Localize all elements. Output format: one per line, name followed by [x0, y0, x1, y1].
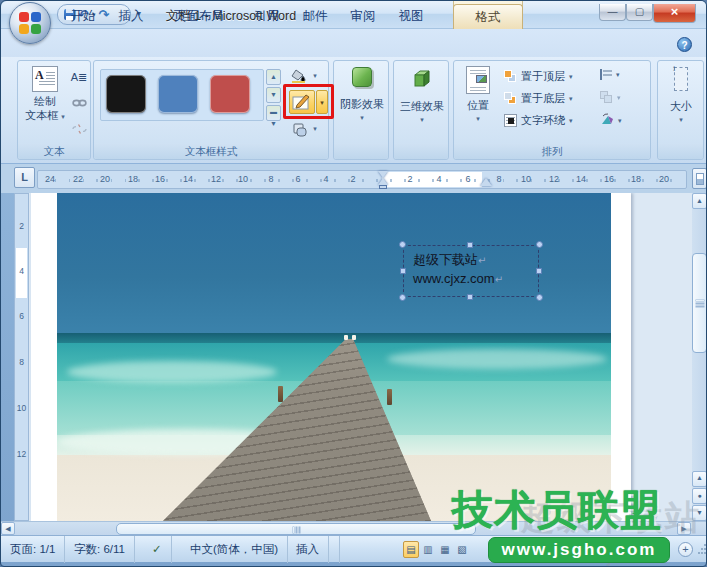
- scroll-left-icon[interactable]: ◀: [1, 522, 15, 535]
- photo-horizon: [57, 333, 611, 343]
- office-button[interactable]: [9, 2, 51, 44]
- 3d-effects-label: 三维效果: [400, 99, 444, 114]
- web-layout-view-icon[interactable]: ▦: [437, 541, 453, 558]
- style-swatch-black[interactable]: [106, 75, 146, 113]
- bring-to-front-button[interactable]: 置于顶层▾: [504, 69, 573, 84]
- tab-page-layout[interactable]: 页面布局: [155, 4, 243, 29]
- office-logo-icon: [19, 12, 41, 34]
- vertical-ruler[interactable]: 2 4 6 8 10 12: [14, 193, 29, 521]
- tab-insert[interactable]: 插入: [107, 4, 155, 29]
- left-indent-marker[interactable]: [379, 185, 387, 189]
- resize-grip-icon[interactable]: [698, 544, 706, 556]
- align-button[interactable]: ▾: [600, 69, 620, 80]
- textbox-icon: A: [32, 66, 58, 92]
- print-layout-view-icon[interactable]: ▤: [403, 541, 419, 558]
- gallery-scroll-down-icon[interactable]: ▼: [266, 87, 281, 103]
- 3d-effects-button[interactable]: 三维效果 ▾: [400, 67, 444, 123]
- ruler-toggle-button[interactable]: [692, 168, 707, 189]
- pier-post-left: [278, 386, 283, 402]
- word-count[interactable]: 字数: 6/11: [65, 536, 135, 563]
- vertical-scroll-thumb[interactable]: [692, 253, 707, 353]
- group-shadow-effects: 阴影效果 ▾: [333, 60, 389, 160]
- resize-handle-e[interactable]: [536, 268, 542, 274]
- close-button[interactable]: ×: [653, 4, 696, 23]
- text-direction-icon[interactable]: A≣: [70, 68, 88, 86]
- horizontal-ruler[interactable]: 24 22 20 18 16 14 12 10 8 6 4 2 2 4 6 8 …: [37, 170, 687, 189]
- style-swatch-red[interactable]: [210, 75, 250, 113]
- group-shadow-label: [334, 144, 388, 159]
- minimize-button[interactable]: —: [599, 4, 626, 21]
- scroll-up-icon[interactable]: ▲: [692, 193, 707, 209]
- spellcheck-status-icon[interactable]: ✓: [143, 536, 172, 563]
- resize-handle-n[interactable]: [467, 242, 473, 248]
- annotation-red-box: [283, 84, 334, 119]
- 3d-effect-icon: [410, 67, 434, 93]
- language-indicator[interactable]: 中文(简体，中国): [181, 536, 288, 563]
- shape-fill-icon[interactable]: [288, 66, 310, 86]
- change-shape-icon[interactable]: [288, 119, 310, 139]
- photo-sandbar-right: [387, 349, 607, 369]
- restore-button[interactable]: ▢: [626, 4, 653, 21]
- tab-view[interactable]: 视图: [387, 4, 435, 29]
- tab-format-active[interactable]: 格式: [453, 4, 523, 29]
- group-arrange-label: 排列: [454, 144, 650, 159]
- create-link-icon[interactable]: [70, 94, 88, 112]
- draw-textbox-button[interactable]: A 绘制 文本框 ▾: [23, 66, 67, 123]
- shadow-effects-button[interactable]: 阴影效果 ▾: [340, 67, 384, 121]
- position-label: 位置: [467, 98, 489, 113]
- photo-sandbar-left: [67, 361, 277, 383]
- tab-review[interactable]: 审阅: [339, 4, 387, 29]
- help-icon[interactable]: ?: [677, 37, 692, 52]
- insert-mode-indicator[interactable]: 插入: [287, 536, 329, 563]
- group-size: ↕ 大小 ▾: [657, 60, 704, 160]
- horizontal-scroll-thumb[interactable]: [116, 523, 476, 535]
- status-divider: [339, 536, 340, 563]
- resize-handle-ne[interactable]: [536, 241, 543, 248]
- textbox-line-2: www.cjxz.com↵: [413, 271, 503, 286]
- group-objects-button[interactable]: ▾: [600, 91, 621, 104]
- hanging-indent-marker[interactable]: [378, 178, 388, 185]
- resize-handle-w[interactable]: [400, 268, 406, 274]
- resize-handle-s[interactable]: [467, 294, 473, 300]
- resize-handle-se[interactable]: [536, 294, 543, 301]
- zoom-in-icon[interactable]: +: [678, 542, 693, 557]
- page-indicator[interactable]: 页面: 1/1: [1, 536, 65, 563]
- group-arrange: 位置 ▾ 置于顶层▾ 置于底层▾: [453, 60, 651, 160]
- vertical-scrollbar[interactable]: ▲ ▲ ● ▼: [692, 193, 707, 521]
- document-area[interactable]: 超级下载站↵ www.cjxz.com↵: [29, 193, 692, 521]
- text-wrapping-button[interactable]: 文字环绕▾: [504, 113, 573, 128]
- break-link-icon[interactable]: [70, 120, 88, 138]
- position-icon: [466, 66, 490, 94]
- document-page: 超级下载站↵ www.cjxz.com↵: [31, 193, 631, 521]
- gallery-scroll-up-icon[interactable]: ▲: [266, 69, 281, 85]
- send-to-back-button[interactable]: 置于底层▾: [504, 91, 573, 106]
- first-line-indent-marker[interactable]: [378, 171, 388, 178]
- group-3d-effects: 三维效果 ▾: [393, 60, 449, 160]
- outline-view-icon[interactable]: ▧: [454, 541, 470, 558]
- selected-textbox[interactable]: 超级下载站↵ www.cjxz.com↵: [403, 245, 539, 297]
- change-shape-dropdown-icon[interactable]: ▾: [310, 121, 320, 137]
- shape-fill-dropdown-icon[interactable]: ▾: [310, 68, 320, 84]
- tab-references[interactable]: 引用: [243, 4, 291, 29]
- position-button[interactable]: 位置 ▾: [458, 66, 498, 122]
- previous-page-icon[interactable]: ▲: [692, 471, 707, 487]
- beach-photo[interactable]: [57, 193, 611, 521]
- ruler-toggle-icon: [696, 173, 704, 185]
- resize-handle-sw[interactable]: [399, 294, 406, 301]
- size-icon: ↕: [674, 67, 688, 91]
- watermark-site-pill: www.jsgho.com: [488, 537, 670, 563]
- ribbon-tab-row: [1, 29, 707, 57]
- bring-to-front-icon: [504, 70, 517, 83]
- gallery-more-icon[interactable]: ▬▼: [266, 105, 281, 121]
- rotate-button[interactable]: ▾: [600, 113, 622, 128]
- align-icon: [600, 69, 612, 80]
- right-indent-marker[interactable]: [480, 178, 492, 186]
- send-to-back-icon: [504, 92, 517, 105]
- tab-mailings[interactable]: 邮件: [291, 4, 339, 29]
- size-button[interactable]: ↕ 大小 ▾: [660, 67, 702, 123]
- style-swatch-blue[interactable]: [158, 75, 198, 113]
- fullscreen-reading-view-icon[interactable]: ▥: [420, 541, 436, 558]
- resize-handle-nw[interactable]: [399, 241, 406, 248]
- tab-home[interactable]: 开始: [59, 4, 107, 29]
- tab-selector-button[interactable]: L: [14, 167, 35, 188]
